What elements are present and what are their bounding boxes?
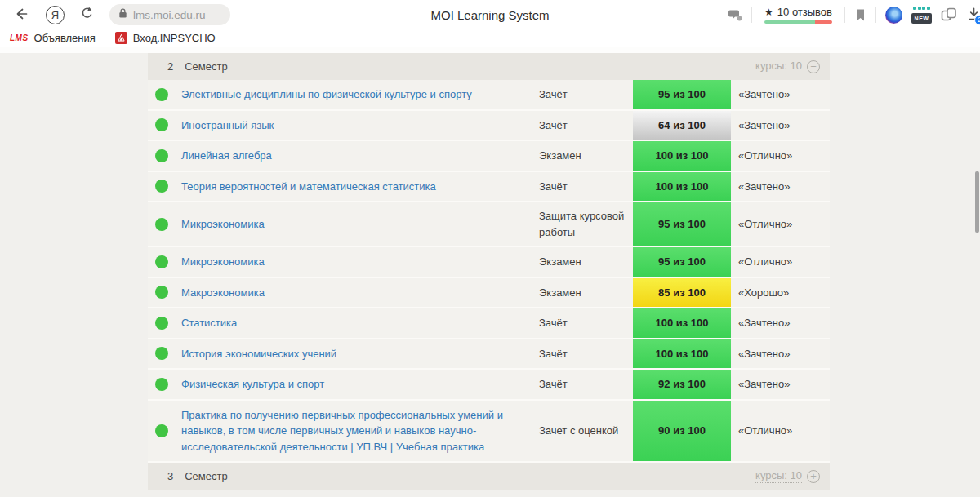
course-row: Физическая культура и спорт Зачёт 92 из … [148,370,830,401]
score-badge-cell: 95 из 100 [633,247,731,277]
bookmark-flag-icon[interactable] [854,8,866,22]
score-badge: 85 из 100 [633,278,731,308]
semester-number: 2 [167,60,173,73]
course-link[interactable]: Иностранный язык [181,119,274,131]
refresh-icon [79,6,95,24]
grade-text: «Отлично» [731,424,830,437]
divider [844,7,845,23]
extension-browser-icon[interactable] [885,7,902,24]
lock-icon [118,7,128,22]
score-badge: 95 из 100 [633,247,731,277]
bookmark-item-announcements[interactable]: LMS Объявления [10,32,96,44]
grade-text: «Отлично» [731,255,830,268]
score-badge: 100 из 100 [633,141,731,171]
course-row: Элективные дисциплины по физической куль… [148,80,830,111]
reviews-rating-bar [764,20,832,24]
back-button[interactable] [13,6,29,24]
course-link[interactable]: Статистика [181,317,237,329]
site-reviews-button[interactable]: ★ 10 отзывов [761,6,835,24]
status-dot-icon [155,347,168,360]
extension-new-icon[interactable]: NEW [911,7,932,24]
control-type: Зачёт [539,87,633,103]
browser-toolbar: Я lms.moi.edu.ru MOI Learning System ★ 1… [0,0,980,29]
status-dot-icon [155,149,168,162]
control-type: Экзамен [539,148,633,164]
grade-text: «Зачтено» [731,378,830,390]
courses-count-label: курсы: 10 [755,60,802,73]
score-badge: 92 из 100 [633,370,731,399]
new-badge: NEW [911,13,932,24]
semester-collapse-control[interactable]: курсы: 10 − [755,60,820,73]
course-link[interactable]: Физическая культура и спорт [181,378,324,390]
course-link[interactable]: Теория вероятностей и математическая ста… [181,180,436,193]
status-dot-cell [148,286,181,299]
score-badge: 95 из 100 [633,202,731,246]
url-text: lms.moi.edu.ru [133,9,206,21]
score-badge: 90 из 100 [633,401,731,462]
status-dot-cell [148,424,181,437]
score-badge-cell: 64 из 100 [633,111,731,140]
bookmark-item-inpsycho[interactable]: Вход.INPSYCHO [115,32,216,44]
crest-favicon [115,32,127,44]
course-link[interactable]: Микроэкономика [181,255,265,268]
course-list: Элективные дисциплины по физической куль… [148,80,830,463]
collections-icon[interactable] [941,7,957,22]
status-dot-cell [148,180,181,193]
address-bar[interactable]: lms.moi.edu.ru [109,4,230,25]
downloads-button[interactable]: 2 [966,7,980,24]
vertical-scrollbar[interactable] [975,171,979,233]
score-badge-cell: 85 из 100 [633,278,731,308]
course-name-cell: Физическая культура и спорт [181,370,539,399]
grade-text: «Зачтено» [731,88,830,100]
grade-text: «Зачтено» [731,348,830,360]
score-badge-cell: 95 из 100 [633,202,731,246]
status-dot-cell [148,378,181,391]
control-type: Экзамен [539,254,633,270]
course-row: Макроэкономика Экзамен 85 из 100 «Хорошо… [148,278,830,309]
score-badge-cell: 100 из 100 [633,141,731,171]
course-link[interactable]: История экономических учений [181,348,336,360]
content-top-strip [0,47,980,53]
minus-circle-icon: − [807,60,820,73]
course-link[interactable]: Элективные дисциплины по физической куль… [181,88,472,100]
plus-circle-icon: + [807,470,820,483]
status-dot-cell [148,88,181,101]
divider [875,7,876,23]
yandex-logo-icon[interactable]: Я [46,6,65,24]
score-badge: 64 из 100 [633,111,731,140]
star-icon: ★ [764,7,773,18]
course-name-cell: Линейная алгебра [181,141,539,171]
semester-expand-control[interactable]: курсы: 10 + [755,469,820,483]
control-type: Зачёт [539,346,633,362]
course-name-cell: Теория вероятностей и математическая ста… [181,172,539,202]
grade-text: «Хорошо» [731,286,830,299]
semester-grade-table: 2 Семестр курсы: 10 − Элективные дисципл… [148,53,830,490]
course-row: Теория вероятностей и математическая ста… [148,172,830,203]
grade-text: «Зачтено» [731,180,830,193]
divider [751,7,752,23]
course-link[interactable]: Микроэкономика [181,218,265,230]
status-dot-cell [148,218,181,231]
course-name-cell: Статистика [181,308,539,338]
control-type: Зачёт [539,118,633,134]
course-name-cell: Микроэкономика [181,247,539,277]
course-link[interactable]: Практика по получению первичных професси… [181,409,503,453]
course-row: Микроэкономика Защита курсовой работы 95… [148,202,830,247]
course-link[interactable]: Макроэкономика [181,286,265,299]
protect-icon[interactable] [727,8,742,22]
bookmarks-bar: LMS Объявления Вход.INPSYCHO [0,29,980,47]
new-icon-dots [913,7,930,11]
course-link[interactable]: Линейная алгебра [181,149,272,162]
status-dot-icon [155,88,168,101]
download-count-badge: 2 [974,15,980,25]
course-name-cell: Иностранный язык [181,111,539,140]
course-name-cell: Макроэкономика [181,278,539,308]
course-row: История экономических учений Зачёт 100 и… [148,339,830,371]
reviews-count-label: 10 отзывов [777,6,832,18]
back-arrow-icon [13,6,29,24]
status-dot-icon [155,180,168,193]
refresh-button[interactable] [79,6,95,24]
score-badge: 100 из 100 [633,339,731,369]
status-dot-cell [148,255,181,268]
control-type: Защита курсовой работы [539,208,633,240]
